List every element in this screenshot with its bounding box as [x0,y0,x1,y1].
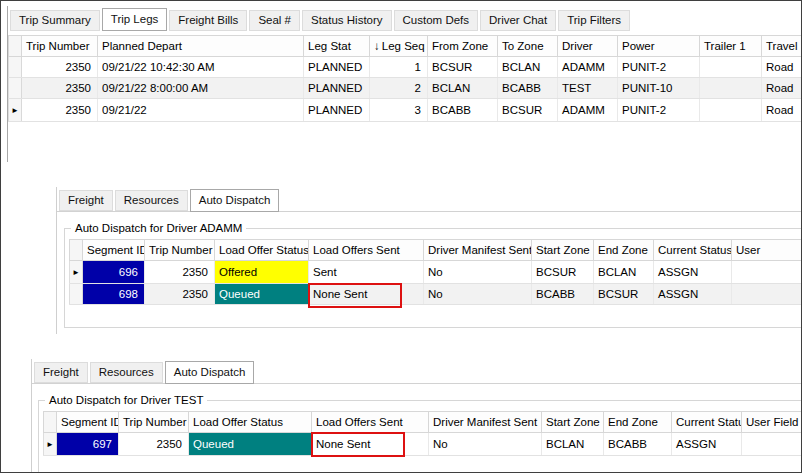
tab-seal-number[interactable]: Seal # [249,10,300,31]
col-start-zone[interactable]: Start Zone [532,240,594,261]
cell-end-zone[interactable]: BCLAN [594,261,654,284]
tab-status-history[interactable]: Status History [302,10,392,31]
tab-freight-bills[interactable]: Freight Bills [169,10,247,31]
cell-power[interactable]: PUNIT-10 [618,78,700,99]
cell-travel-mode[interactable]: Road [762,57,802,78]
cell-load-offers-sent[interactable]: None Sent [312,433,429,456]
cell-load-offers-sent[interactable]: Sent [309,261,424,284]
cell-end-zone[interactable]: BCSUR [594,284,654,305]
col-current-status[interactable]: Current Status [654,240,732,261]
col-planned-depart[interactable]: Planned Depart [98,36,304,57]
cell-end-zone[interactable]: BCABB [604,433,672,456]
col-start-zone[interactable]: Start Zone [542,412,604,433]
tab-resources[interactable]: Resources [115,190,188,211]
cell-planned-depart[interactable]: 09/21/22 10:42:30 AM [98,57,304,78]
cell-leg-stat[interactable]: PLANNED [304,99,370,122]
cell-trip-number[interactable]: 2350 [22,99,98,122]
col-segment-id[interactable]: Segment ID [57,412,119,433]
col-leg-seq[interactable]: ↓Leg Seq [370,36,428,57]
cell-driver-manifest-sent[interactable]: No [424,284,532,305]
cell-leg-stat[interactable]: PLANNED [304,78,370,99]
cell-trailer-1[interactable] [700,78,762,99]
col-trailer-1[interactable]: Trailer 1 [700,36,762,57]
col-load-offer-status[interactable]: Load Offer Status [189,412,312,433]
cell-load-offers-sent[interactable]: None Sent [309,284,424,305]
cell-user-field[interactable] [732,261,802,284]
col-trip-number[interactable]: Trip Number [22,36,98,57]
cell-start-zone[interactable]: BCLAN [542,433,604,456]
tab-auto-dispatch[interactable]: Auto Dispatch [165,361,255,384]
tab-resources[interactable]: Resources [90,362,163,383]
cell-user-field[interactable] [742,433,802,456]
col-from-zone[interactable]: From Zone [428,36,498,57]
table-row[interactable]: 2350 09/21/22 10:42:30 AM PLANNED 1 BCSU… [9,57,802,78]
cell-to-zone[interactable]: BCLAN [498,57,558,78]
cell-driver-manifest-sent[interactable]: No [424,261,532,284]
tab-trip-summary[interactable]: Trip Summary [10,10,100,31]
col-driver[interactable]: Driver [558,36,618,57]
table-row[interactable]: 698 2350 Queued None Sent No BCABB BCSUR… [70,284,802,305]
col-driver-manifest-sent[interactable]: Driver Manifest Sent [424,240,532,261]
col-user-field[interactable]: User Field [742,412,802,433]
table-row[interactable]: ► 696 2350 Offered Sent No BCSUR BCLAN A… [70,261,802,284]
cell-trip-number[interactable]: 2350 [145,261,215,284]
cell-trip-number[interactable]: 2350 [22,78,98,99]
tab-custom-defs[interactable]: Custom Defs [394,10,478,31]
cell-leg-seq[interactable]: 3 [370,99,428,122]
row-selector[interactable] [9,78,22,99]
cell-leg-seq[interactable]: 2 [370,78,428,99]
col-current-status[interactable]: Current Status [672,412,742,433]
cell-load-offer-status[interactable]: Offered [215,261,309,284]
cell-power[interactable]: PUNIT-2 [618,57,700,78]
row-selector[interactable]: ► [9,99,22,122]
cell-driver-manifest-sent[interactable]: No [429,433,542,456]
row-selector[interactable]: ► [44,433,57,456]
cell-trailer-1[interactable] [700,57,762,78]
col-segment-id[interactable]: Segment ID [83,240,145,261]
col-load-offers-sent[interactable]: Load Offers Sent [309,240,424,261]
cell-current-status[interactable]: ASSGN [672,433,742,456]
col-user-field[interactable]: User [732,240,802,261]
cell-trip-number[interactable]: 2350 [22,57,98,78]
col-load-offers-sent[interactable]: Load Offers Sent [312,412,429,433]
col-end-zone[interactable]: End Zone [594,240,654,261]
table-row[interactable]: ► 697 2350 Queued None Sent No BCLAN BCA… [44,433,802,456]
cell-load-offer-status[interactable]: Queued [215,284,309,305]
cell-from-zone[interactable]: BCLAN [428,78,498,99]
cell-planned-depart[interactable]: 09/21/22 8:00:00 AM [98,78,304,99]
cell-current-status[interactable]: ASSGN [654,261,732,284]
cell-start-zone[interactable]: BCABB [532,284,594,305]
cell-driver[interactable]: TEST [558,78,618,99]
cell-to-zone[interactable]: BCSUR [498,99,558,122]
cell-segment-id[interactable]: 697 [57,433,119,456]
col-to-zone[interactable]: To Zone [498,36,558,57]
cell-travel-mode[interactable]: Road [762,99,802,122]
cell-user-field[interactable] [732,284,802,305]
tab-freight[interactable]: Freight [59,190,113,211]
cell-power[interactable]: PUNIT-2 [618,99,700,122]
table-row[interactable]: ► 2350 09/21/22 PLANNED 3 BCABB BCSUR AD… [9,99,802,122]
cell-to-zone[interactable]: BCABB [498,78,558,99]
cell-start-zone[interactable]: BCSUR [532,261,594,284]
tab-freight[interactable]: Freight [34,362,88,383]
cell-from-zone[interactable]: BCSUR [428,57,498,78]
cell-segment-id[interactable]: 698 [83,284,145,305]
tab-trip-legs[interactable]: Trip Legs [102,8,168,31]
cell-trailer-1[interactable] [700,99,762,122]
cell-leg-stat[interactable]: PLANNED [304,57,370,78]
col-power[interactable]: Power [618,36,700,57]
col-driver-manifest-sent[interactable]: Driver Manifest Sent [429,412,542,433]
tab-driver-chat[interactable]: Driver Chat [480,10,556,31]
col-trip-number[interactable]: Trip Number [119,412,189,433]
tab-trip-filters[interactable]: Trip Filters [558,10,630,31]
cell-leg-seq[interactable]: 1 [370,57,428,78]
cell-trip-number[interactable]: 2350 [145,284,215,305]
col-trip-number[interactable]: Trip Number [145,240,215,261]
col-load-offer-status[interactable]: Load Offer Status [215,240,309,261]
row-selector[interactable]: ► [70,261,83,284]
col-leg-stat[interactable]: Leg Stat [304,36,370,57]
tab-auto-dispatch[interactable]: Auto Dispatch [190,189,280,212]
cell-travel-mode[interactable]: Road [762,78,802,99]
cell-from-zone[interactable]: BCABB [428,99,498,122]
cell-current-status[interactable]: ASSGN [654,284,732,305]
